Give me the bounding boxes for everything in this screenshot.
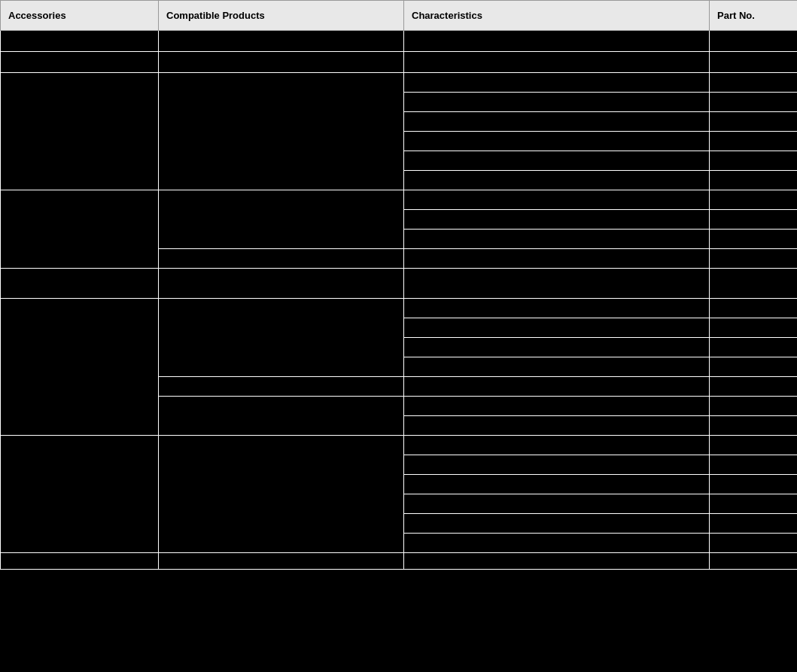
cell-char xyxy=(404,31,710,52)
cell-part xyxy=(710,494,798,514)
table-row xyxy=(1,31,798,52)
cell-part xyxy=(710,338,798,357)
cell-part xyxy=(710,210,798,230)
cell-compatible xyxy=(159,436,404,553)
cell-part xyxy=(710,553,798,570)
cell-accessories xyxy=(1,269,159,299)
cell-part xyxy=(710,93,798,112)
cell-accessories xyxy=(1,190,159,269)
header-characteristics: Characteristics xyxy=(404,1,710,31)
cell-char xyxy=(404,534,710,553)
cell-compatible xyxy=(159,299,404,377)
cell-compatible xyxy=(159,52,404,73)
cell-accessories xyxy=(1,52,159,73)
cell-char xyxy=(404,73,710,93)
cell-char xyxy=(404,230,710,249)
header-accessories: Accessories xyxy=(1,1,159,31)
cell-part xyxy=(710,269,798,299)
cell-accessories xyxy=(1,436,159,553)
cell-compatible xyxy=(159,249,404,269)
cell-part xyxy=(710,230,798,249)
header-part-no: Part No. xyxy=(710,1,798,31)
cell-part xyxy=(710,534,798,553)
cell-char xyxy=(404,190,710,210)
cell-compatible xyxy=(159,377,404,397)
header-compatible-products: Compatible Products xyxy=(159,1,404,31)
cell-part xyxy=(710,249,798,269)
cell-char xyxy=(404,151,710,171)
cell-compatible xyxy=(159,397,404,436)
cell-part xyxy=(710,132,798,151)
table-row xyxy=(1,269,798,299)
cell-char xyxy=(404,249,710,269)
cell-accessories xyxy=(1,73,159,190)
cell-part xyxy=(710,31,798,52)
cell-compatible xyxy=(159,190,404,249)
cell-accessories xyxy=(1,553,159,570)
cell-part xyxy=(710,318,798,338)
cell-part xyxy=(710,357,798,377)
cell-char xyxy=(404,210,710,230)
cell-char xyxy=(404,553,710,570)
cell-char xyxy=(404,455,710,475)
cell-char xyxy=(404,171,710,190)
cell-part xyxy=(710,416,798,436)
cell-char xyxy=(404,132,710,151)
table-row xyxy=(1,73,798,93)
cell-char xyxy=(404,318,710,338)
cell-compatible xyxy=(159,31,404,52)
cell-char xyxy=(404,494,710,514)
table-row xyxy=(1,52,798,73)
cell-char xyxy=(404,377,710,397)
cell-char xyxy=(404,112,710,132)
cell-char xyxy=(404,52,710,73)
cell-part xyxy=(710,377,798,397)
table-row xyxy=(1,436,798,455)
table-row xyxy=(1,299,798,318)
cell-part xyxy=(710,190,798,210)
cell-char xyxy=(404,397,710,416)
cell-char xyxy=(404,299,710,318)
cell-accessories xyxy=(1,299,159,436)
table-row xyxy=(1,553,798,570)
cell-char xyxy=(404,357,710,377)
cell-part xyxy=(710,112,798,132)
cell-part xyxy=(710,299,798,318)
cell-char xyxy=(404,269,710,299)
cell-part xyxy=(710,514,798,534)
cell-part xyxy=(710,73,798,93)
cell-part xyxy=(710,171,798,190)
cell-part xyxy=(710,475,798,494)
cell-accessories xyxy=(1,31,159,52)
cell-char xyxy=(404,93,710,112)
cell-compatible xyxy=(159,269,404,299)
cell-char xyxy=(404,514,710,534)
cell-part xyxy=(710,436,798,455)
cell-char xyxy=(404,338,710,357)
table-row xyxy=(1,190,798,210)
cell-char xyxy=(404,416,710,436)
cell-part xyxy=(710,52,798,73)
cell-char xyxy=(404,436,710,455)
cell-part xyxy=(710,151,798,171)
cell-part xyxy=(710,455,798,475)
cell-compatible xyxy=(159,73,404,190)
cell-part xyxy=(710,397,798,416)
cell-compatible xyxy=(159,553,404,570)
cell-char xyxy=(404,475,710,494)
